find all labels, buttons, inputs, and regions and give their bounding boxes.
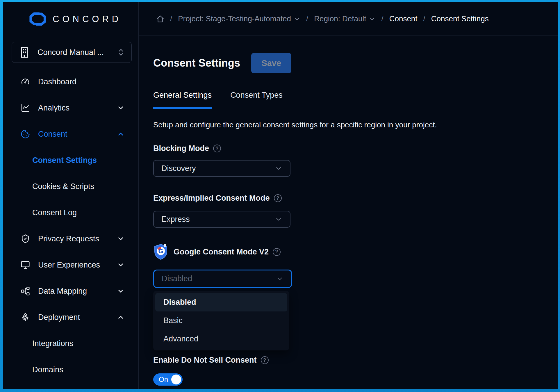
breadcrumb-project[interactable]: Project: Stage-Testing-Automated [178,14,300,23]
sidebar-item-analytics[interactable]: Analytics [3,95,138,121]
google-consent-mode-value: Disabled [162,274,192,283]
svg-text:G: G [158,247,163,255]
cookie-icon [21,129,30,139]
tab-general-settings[interactable]: General Settings [153,91,212,109]
chevron-down-icon [117,287,124,295]
blocking-mode-value: Discovery [161,164,196,173]
help-icon[interactable]: ? [213,145,221,152]
main-area: / Project: Stage-Testing-Automated / Reg… [139,2,558,389]
express-implied-label: Express/Implied Consent Mode ? [153,194,558,203]
org-selector[interactable]: Concord Manual ... [12,42,132,63]
breadcrumb-separator: / [381,14,383,23]
google-consent-mode-label-row: G Google Consent Mode V2 ? [153,243,558,260]
shield-check-icon [21,234,30,243]
sidebar-item-label: Consent Log [32,208,77,217]
sidebar-item-integrations[interactable]: Integrations [3,330,138,357]
sidebar-item-label: Integrations [32,339,73,348]
org-selector-updown-icon [118,49,124,56]
help-icon[interactable]: ? [273,248,281,256]
toggle-state-label: On [159,375,171,384]
chevron-down-icon [369,16,375,22]
help-icon[interactable]: ? [274,194,282,202]
sidebar-nav: Dashboard Analytics [3,69,138,383]
building-icon [19,47,29,58]
sidebar-item-label: Consent [38,130,67,139]
help-icon[interactable]: ? [261,356,269,364]
breadcrumb-separator: / [170,14,172,23]
org-selector-label: Concord Manual ... [38,48,118,57]
sidebar-item-label: Cookies & Scripts [32,182,94,191]
sidebar-item-consent[interactable]: Consent [3,121,138,147]
sidebar-item-label: Consent Settings [32,156,97,165]
app-window: CONCORD Concord Manual ... [3,2,558,389]
chevron-down-icon [275,215,282,223]
tab-consent-types[interactable]: Consent Types [230,91,283,109]
sidebar-item-domains[interactable]: Domains [3,357,138,383]
rocket-icon [21,313,30,322]
concord-logo-icon [29,12,47,27]
tab-bar: General Settings Consent Types [153,91,558,109]
dashboard-gauge-icon [21,77,30,86]
breadcrumb: / Project: Stage-Testing-Automated / Reg… [139,2,558,35]
brand-name: CONCORD [53,14,122,24]
sidebar-item-cookies-scripts[interactable]: Cookies & Scripts [3,173,138,199]
sidebar-item-label: User Experiences [38,261,100,270]
sidebar-item-label: Privacy Requests [38,234,99,243]
breadcrumb-separator: / [306,14,308,23]
blocking-mode-label: Blocking Mode ? [153,144,558,153]
page-title: Consent Settings [153,57,240,69]
sidebar-item-label: Domains [32,365,63,374]
dropdown-option-basic[interactable]: Basic [155,311,287,330]
sidebar-item-privacy-requests[interactable]: Privacy Requests [3,226,138,252]
sidebar-item-data-mapping[interactable]: Data Mapping [3,278,138,304]
dropdown-option-advanced[interactable]: Advanced [155,330,287,348]
monitor-icon [21,260,30,270]
google-consent-mode-dropdown: Disabled Basic Advanced [153,291,289,350]
screen-frame: CONCORD Concord Manual ... [0,0,560,392]
google-shield-icon: G [153,243,168,260]
sidebar: CONCORD Concord Manual ... [3,2,139,389]
sidebar-item-dashboard[interactable]: Dashboard [3,69,138,95]
breadcrumb-region[interactable]: Region: Default [314,14,375,23]
do-not-sell-toggle[interactable]: On [153,373,183,386]
chevron-down-icon [117,261,124,269]
chevron-down-icon [117,235,124,243]
chevron-down-icon [276,275,283,283]
breadcrumb-consent[interactable]: Consent [389,14,418,23]
google-consent-mode-label: Google Consent Mode V2 ? [174,247,281,256]
blocking-mode-select[interactable]: Discovery [153,160,290,177]
breadcrumb-separator: / [423,14,425,23]
chevron-down-icon [275,165,282,172]
sidebar-item-user-experiences[interactable]: User Experiences [3,252,138,278]
sidebar-item-consent-settings[interactable]: Consent Settings [3,147,138,173]
chevron-down-icon [117,104,124,112]
toggle-knob [171,375,181,384]
analytics-chart-icon [21,103,30,113]
home-icon[interactable] [156,15,164,23]
breadcrumb-consent-settings[interactable]: Consent Settings [431,14,489,23]
sidebar-item-label: Dashboard [38,77,76,86]
page-content: Consent Settings Save General Settings C… [139,35,558,386]
sidebar-item-consent-log[interactable]: Consent Log [3,199,138,226]
express-implied-value: Express [161,215,190,224]
sidebar-item-label: Analytics [38,104,69,113]
chevron-up-icon [117,130,124,138]
do-not-sell-label: Enable Do Not Sell Consent ? [153,356,558,365]
chevron-down-icon [294,16,300,22]
brand-logo: CONCORD [29,12,138,27]
save-button[interactable]: Save [251,53,291,73]
sidebar-item-deployment[interactable]: Deployment [3,304,138,330]
data-mapping-network-icon [21,286,30,296]
google-consent-mode-select[interactable]: Disabled [153,270,292,288]
sidebar-item-label: Deployment [38,313,80,322]
express-implied-select[interactable]: Express [153,211,290,228]
dropdown-option-disabled[interactable]: Disabled [155,293,287,311]
sidebar-item-label: Data Mapping [38,287,87,296]
chevron-up-icon [117,313,124,321]
section-description: Setup and configure the general consent … [153,120,558,129]
